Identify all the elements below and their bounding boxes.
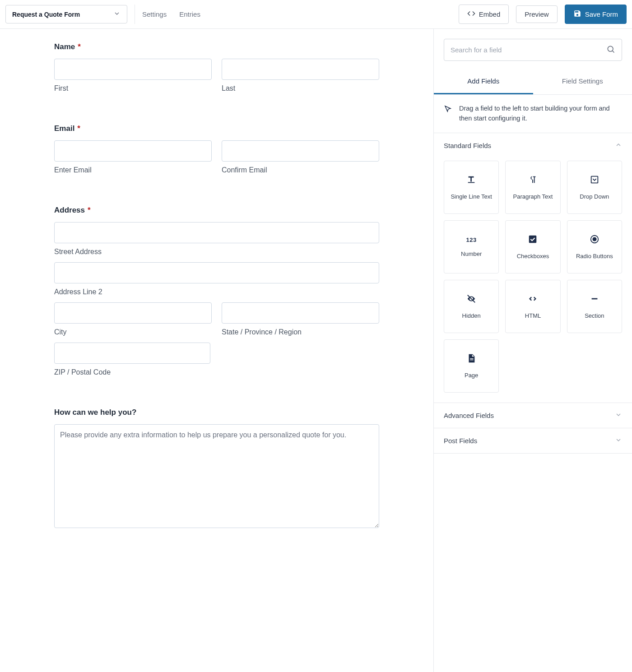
sidebar-tabs: Add Fields Field Settings: [434, 69, 632, 95]
chevron-down-icon: [113, 10, 121, 19]
sub-label-last: Last: [222, 84, 379, 93]
search-input[interactable]: [451, 46, 606, 54]
sidebar: Add Fields Field Settings Drag a field t…: [433, 29, 632, 672]
html-icon: [528, 294, 538, 305]
embed-label: Embed: [479, 10, 501, 18]
address-zip-input[interactable]: [54, 343, 210, 364]
standard-fields-grid: Single Line Text Paragraph Text Drop Dow…: [434, 158, 632, 403]
sub-label-first: First: [54, 84, 212, 93]
paragraph-icon: [528, 175, 538, 186]
sub-label-zip: ZIP / Postal Code: [54, 368, 210, 376]
save-icon: [573, 9, 581, 19]
field-name[interactable]: Name* First Last: [54, 42, 379, 93]
svg-rect-4: [529, 235, 537, 243]
field-label: Email*: [54, 124, 379, 133]
field-email[interactable]: Email* Enter Email Confirm Email: [54, 124, 379, 174]
svg-rect-2: [468, 182, 475, 183]
page-icon: [466, 353, 476, 365]
preview-button[interactable]: Preview: [516, 5, 557, 23]
address-line2-input[interactable]: [54, 262, 379, 283]
radio-icon: [590, 234, 599, 246]
required-indicator: *: [77, 124, 80, 133]
tab-settings[interactable]: Settings: [142, 10, 167, 18]
field-label: Address*: [54, 206, 379, 215]
number-icon: 123: [466, 236, 477, 243]
svg-rect-3: [591, 176, 598, 183]
tab-field-settings[interactable]: Field Settings: [533, 69, 632, 94]
svg-rect-10: [470, 359, 473, 360]
name-last-input[interactable]: [222, 59, 379, 80]
required-indicator: *: [88, 206, 91, 214]
field-tile-page[interactable]: Page: [444, 339, 499, 393]
search-icon: [606, 45, 615, 55]
accordion-header-post[interactable]: Post Fields: [434, 428, 632, 453]
field-label: How can we help you?: [54, 408, 379, 417]
sub-label-state: State / Province / Region: [222, 328, 379, 336]
header-tabs: Settings Entries: [142, 10, 200, 18]
chevron-down-icon: [615, 411, 622, 420]
cursor-icon: [444, 104, 452, 116]
address-street-input[interactable]: [54, 222, 379, 243]
field-label: Name*: [54, 42, 379, 51]
text-icon: [466, 175, 476, 186]
svg-rect-9: [470, 358, 473, 359]
accordion-post: Post Fields: [434, 428, 632, 454]
top-bar: Request a Quote Form Settings Entries Em…: [0, 0, 632, 29]
email-enter-input[interactable]: [54, 140, 212, 162]
chevron-down-icon: [615, 436, 622, 445]
tab-entries[interactable]: Entries: [179, 10, 200, 18]
field-tile-checkboxes[interactable]: Checkboxes: [505, 220, 560, 273]
save-button[interactable]: Save Form: [565, 5, 627, 24]
form-selector-label: Request a Quote Form: [12, 11, 80, 18]
field-tile-paragraph[interactable]: Paragraph Text: [505, 161, 560, 214]
required-indicator: *: [78, 42, 81, 51]
address-city-input[interactable]: [54, 302, 212, 324]
sub-label-street: Street Address: [54, 248, 379, 256]
divider: [135, 5, 135, 24]
save-label: Save Form: [585, 10, 618, 18]
sub-label-city: City: [54, 328, 212, 336]
preview-label: Preview: [525, 10, 548, 18]
address-state-input[interactable]: [222, 302, 379, 324]
form-selector[interactable]: Request a Quote Form: [5, 5, 127, 23]
email-confirm-input[interactable]: [222, 140, 379, 162]
field-tile-radio[interactable]: Radio Buttons: [567, 220, 622, 273]
hidden-icon: [466, 294, 476, 305]
field-address[interactable]: Address* Street Address Address Line 2 C…: [54, 206, 379, 376]
help-textarea[interactable]: [54, 424, 379, 528]
dropdown-icon: [590, 175, 599, 186]
accordion-header-advanced[interactable]: Advanced Fields: [434, 403, 632, 428]
sub-label-enter-email: Enter Email: [54, 166, 212, 174]
svg-point-6: [593, 237, 596, 241]
field-tile-section[interactable]: Section: [567, 280, 622, 333]
section-icon: [590, 294, 599, 305]
sub-label-confirm-email: Confirm Email: [222, 166, 379, 174]
field-tile-html[interactable]: HTML: [505, 280, 560, 333]
form-canvas: Name* First Last Email*: [0, 29, 433, 672]
accordion-advanced: Advanced Fields: [434, 403, 632, 428]
field-search[interactable]: [444, 39, 622, 61]
name-first-input[interactable]: [54, 59, 212, 80]
accordion-standard: Standard Fields Single Line Text Parag: [434, 133, 632, 403]
field-help[interactable]: How can we help you?: [54, 408, 379, 529]
checkbox-icon: [528, 234, 538, 246]
sub-label-line2: Address Line 2: [54, 288, 379, 296]
accordion-header-standard[interactable]: Standard Fields: [434, 133, 632, 158]
embed-button[interactable]: Embed: [459, 5, 509, 24]
svg-point-0: [608, 46, 613, 51]
svg-line-1: [613, 51, 614, 53]
field-tile-hidden[interactable]: Hidden: [444, 280, 499, 333]
tab-add-fields[interactable]: Add Fields: [434, 69, 533, 94]
field-tile-dropdown[interactable]: Drop Down: [567, 161, 622, 214]
chevron-up-icon: [615, 141, 622, 150]
code-icon: [467, 9, 475, 19]
field-tile-single-line[interactable]: Single Line Text: [444, 161, 499, 214]
drag-hint-text: Drag a field to the left to start buildi…: [459, 104, 622, 124]
field-tile-number[interactable]: 123 Number: [444, 220, 499, 273]
main: Name* First Last Email*: [0, 29, 632, 672]
drag-hint: Drag a field to the left to start buildi…: [434, 95, 632, 133]
